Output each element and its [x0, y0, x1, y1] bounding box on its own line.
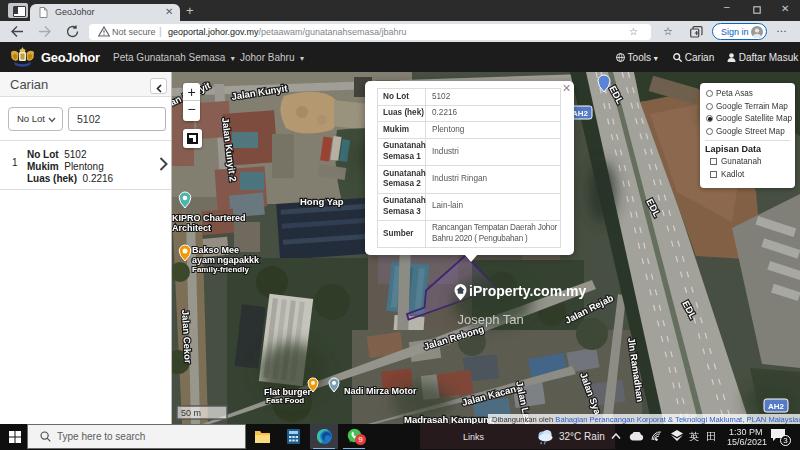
svg-text:Family-friendly: Family-friendly	[192, 265, 249, 274]
svg-text:KIPRO Chartered: KIPRO Chartered	[172, 213, 246, 223]
svg-text:Joseph Tan: Joseph Tan	[458, 312, 524, 327]
svg-text:Architect: Architect	[172, 223, 211, 233]
svg-text:ayam ngapakkk: ayam ngapakkk	[192, 255, 260, 265]
svg-text:Madrasah Kampung: Madrasah Kampung	[404, 414, 495, 424]
svg-text:Bakso Mee: Bakso Mee	[192, 245, 239, 255]
svg-text:AH2: AH2	[572, 109, 589, 118]
svg-text:Fast Food: Fast Food	[266, 396, 304, 405]
svg-text:50 m: 50 m	[181, 408, 201, 418]
svg-text:Dibangunkan oleh Bahagian Pera: Dibangunkan oleh Bahagian Perancangan Ko…	[492, 415, 800, 424]
svg-text:iProperty.com.my: iProperty.com.my	[469, 283, 586, 299]
svg-text:Nadi Mirza Motor: Nadi Mirza Motor	[344, 386, 417, 396]
svg-text:AH2: AH2	[768, 402, 785, 411]
svg-text:Hong Yap: Hong Yap	[300, 196, 344, 207]
